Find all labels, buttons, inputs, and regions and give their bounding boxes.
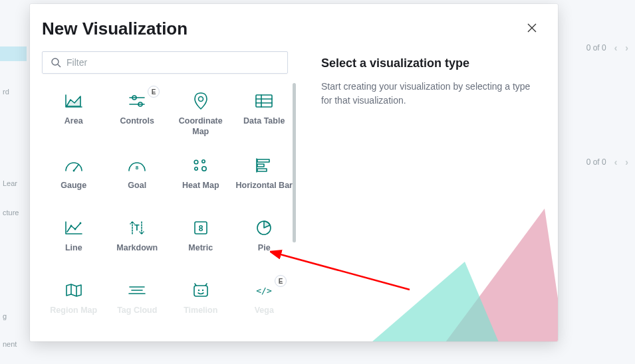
svg-text:8: 8 (136, 165, 139, 171)
svg-marker-35 (318, 262, 518, 341)
pie-icon (251, 218, 277, 238)
svg-point-31 (198, 290, 199, 291)
coord-icon (188, 91, 213, 111)
viz-label: Vega (255, 306, 274, 316)
svg-text:T: T (135, 223, 140, 232)
chevron-left-icon: ‹ (614, 43, 618, 53)
viz-option-markdown[interactable]: TMarkdown (106, 210, 170, 268)
heat-icon (188, 155, 213, 175)
decorative-shapes (305, 169, 558, 341)
controls-icon (124, 91, 150, 111)
svg-rect-6 (256, 95, 272, 107)
search-icon (51, 57, 61, 68)
viz-label: Region Map (50, 306, 97, 316)
area-icon (61, 91, 86, 111)
viz-label: Heat Map (182, 181, 219, 191)
close-icon (527, 23, 537, 33)
chevron-left-icon: ‹ (614, 157, 618, 167)
tag-icon (124, 280, 150, 300)
goal-icon: 8 (124, 155, 150, 175)
gauge-icon (61, 155, 86, 175)
vega-icon: </> (251, 280, 277, 300)
line-icon (61, 218, 86, 238)
svg-point-16 (202, 167, 206, 171)
table-icon (251, 91, 277, 111)
experimental-badge: E (275, 275, 287, 287)
metric-icon: 8 (188, 218, 213, 238)
close-button[interactable] (525, 19, 539, 39)
svg-point-14 (202, 160, 205, 163)
viz-option-timelion[interactable]: Timelion (169, 272, 233, 331)
viz-label: Metric (188, 243, 213, 254)
viz-grid: AreaControlsECoordinate MapData TableGau… (42, 83, 296, 336)
svg-rect-17 (257, 159, 269, 162)
hbar-icon (251, 155, 277, 175)
viz-option-controls[interactable]: ControlsE (106, 83, 170, 143)
timelion-icon (188, 280, 213, 300)
viz-label: Tag Cloud (117, 306, 157, 316)
chevron-right-icon: › (625, 157, 628, 167)
svg-text:</>: </> (257, 286, 273, 296)
viz-label: Controls (120, 116, 154, 127)
modal-title: New Visualization (42, 19, 188, 39)
svg-text:8: 8 (198, 224, 203, 233)
right-panel-title: Select a visualization type (321, 56, 539, 70)
bg-pager-1: 0 of 0 ‹ › (586, 43, 628, 53)
svg-point-21 (74, 228, 76, 230)
viz-option-goal[interactable]: 8Goal (106, 147, 170, 206)
viz-label: Goal (128, 181, 146, 191)
svg-point-22 (79, 223, 81, 225)
left-panel: AreaControlsECoordinate MapData TableGau… (30, 46, 296, 341)
viz-option-region-map[interactable]: Region Map (42, 272, 106, 331)
chevron-right-icon: › (625, 43, 628, 53)
new-visualization-modal: New Visualization AreaControlsECoordinat… (30, 4, 558, 341)
svg-point-13 (194, 160, 198, 164)
experimental-badge: E (148, 86, 160, 98)
svg-point-32 (202, 290, 203, 291)
viz-option-pie[interactable]: Pie (233, 210, 297, 268)
bg-sidebar: rd Lear cture g nent (0, 0, 27, 364)
viz-label: Markdown (116, 243, 158, 254)
viz-option-line[interactable]: Line (42, 210, 106, 268)
viz-option-vega[interactable]: </>VegaE (233, 272, 297, 331)
viz-option-horizontal-bar[interactable]: Horizontal Bar (233, 147, 297, 206)
filter-input[interactable] (66, 57, 279, 68)
svg-point-11 (72, 170, 74, 172)
markdown-icon: T (124, 218, 150, 238)
viz-label: Area (64, 116, 83, 127)
viz-label: Coordinate Map (172, 116, 230, 137)
right-panel: Select a visualization type Start creati… (296, 46, 558, 341)
viz-option-area[interactable]: Area (42, 83, 106, 143)
viz-option-tag-cloud[interactable]: Tag Cloud (106, 272, 170, 331)
svg-point-20 (70, 225, 72, 227)
viz-label: Gauge (61, 181, 86, 191)
viz-option-data-table[interactable]: Data Table (233, 83, 297, 143)
viz-label: Pie (258, 243, 271, 254)
viz-option-heat-map[interactable]: Heat Map (169, 147, 233, 206)
bg-pager-2: 0 of 0 ‹ › (586, 157, 628, 167)
svg-point-15 (195, 167, 197, 170)
viz-label: Data Table (243, 116, 285, 127)
filter-field[interactable] (42, 51, 288, 74)
viz-option-coordinate-map[interactable]: Coordinate Map (169, 83, 233, 143)
svg-line-10 (74, 165, 78, 171)
svg-rect-30 (194, 286, 207, 296)
viz-option-gauge[interactable]: Gauge (42, 147, 106, 206)
svg-rect-18 (257, 164, 264, 167)
viz-label: Horizontal Bar (236, 181, 293, 191)
region-icon (61, 280, 86, 300)
viz-option-metric[interactable]: 8Metric (169, 210, 233, 268)
svg-marker-34 (412, 209, 558, 341)
viz-label: Timelion (184, 306, 217, 316)
svg-rect-19 (257, 169, 267, 171)
svg-point-0 (52, 58, 59, 65)
right-panel-desc: Start creating your visualization by sel… (321, 80, 539, 108)
viz-label: Line (65, 243, 82, 254)
svg-point-5 (198, 97, 203, 102)
